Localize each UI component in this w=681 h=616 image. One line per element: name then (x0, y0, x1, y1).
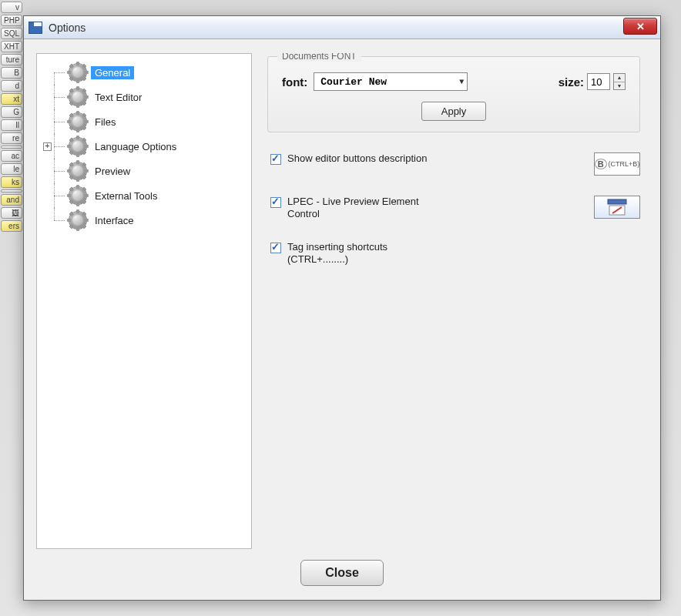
dialog-title: Options (49, 22, 86, 34)
lpec-preview-icon (594, 196, 640, 219)
tree-expander-icon[interactable]: + (43, 142, 52, 151)
tree-item-label: External Tools (91, 189, 161, 203)
font-value: Courier New (320, 76, 387, 88)
close-icon[interactable]: ✕ (623, 18, 657, 35)
option-row: Show editor buttons descriptionB(CTRL+B) (270, 152, 640, 176)
close-button[interactable]: Close (300, 560, 384, 586)
tooltip-preview-icon: B(CTRL+B) (594, 152, 640, 176)
size-label: size: (559, 75, 584, 89)
tree-item-files[interactable]: Files (42, 109, 247, 134)
gear-icon (69, 212, 86, 229)
tree-item-label: Interface (91, 214, 138, 227)
checkbox[interactable] (270, 243, 281, 253)
documents-font-group: Documents FONT font: Courier New ▼ size:… (267, 56, 640, 132)
tree-item-label: Preview (91, 165, 134, 178)
font-combobox[interactable]: Courier New ▼ (314, 72, 468, 91)
gear-icon (69, 64, 86, 81)
options-dialog: Options ✕ GeneralText EditorFiles+Langua… (23, 15, 661, 601)
group-legend: Documents FONT (277, 53, 361, 62)
gear-icon (69, 113, 86, 130)
size-input[interactable] (587, 73, 610, 90)
option-row: Tag inserting shortcuts (CTRL+........) (270, 241, 640, 266)
tree-item-preview[interactable]: Preview (42, 159, 247, 183)
checkbox[interactable] (270, 197, 281, 208)
option-label: Show editor buttons description (287, 152, 427, 165)
tree-item-general[interactable]: General (42, 60, 247, 85)
chevron-down-icon: ▼ (459, 78, 464, 86)
titlebar[interactable]: Options ✕ (24, 16, 660, 39)
size-spinner[interactable]: ▲ ▼ (613, 73, 626, 90)
tree-item-label: General (91, 66, 134, 79)
svg-rect-0 (608, 199, 626, 204)
tree-item-label: Files (91, 116, 119, 129)
tree-item-label: Language Options (91, 140, 180, 153)
option-row: LPEC - Live Preview Element Control (270, 196, 640, 221)
background-toolbar: vPHPSQLXHTture BdxtGll reacleks and🖼ers (0, 0, 23, 616)
gear-icon (69, 187, 86, 204)
spin-down-icon[interactable]: ▼ (614, 82, 625, 90)
tree-item-language-options[interactable]: +Language Options (42, 134, 247, 159)
option-label: LPEC - Live Preview Element Control (287, 196, 449, 221)
checkbox[interactable] (270, 154, 281, 165)
options-tree: GeneralText EditorFiles+Language Options… (36, 53, 252, 549)
spin-up-icon[interactable]: ▲ (614, 74, 625, 82)
option-label: Tag inserting shortcuts (CTRL+........) (287, 241, 449, 266)
tree-item-label: Text Editor (91, 91, 146, 104)
apply-button[interactable]: Apply (421, 102, 486, 121)
gear-icon (69, 89, 86, 105)
gear-icon (69, 162, 86, 179)
app-icon (29, 22, 42, 34)
tree-item-text-editor[interactable]: Text Editor (42, 85, 247, 109)
gear-icon (69, 138, 86, 155)
tree-item-interface[interactable]: Interface (42, 208, 247, 233)
font-label: font: (282, 75, 307, 89)
general-panel: Documents FONT font: Courier New ▼ size:… (267, 53, 648, 549)
tree-item-external-tools[interactable]: External Tools (42, 183, 247, 208)
